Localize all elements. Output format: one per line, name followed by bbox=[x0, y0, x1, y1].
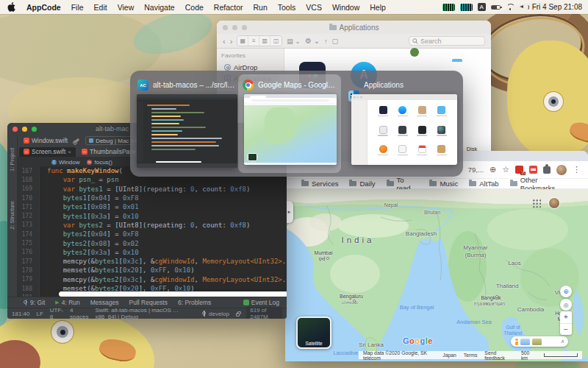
zoom-controls[interactable]: + − bbox=[560, 311, 572, 335]
zoom-page-icon[interactable]: ⊕ bbox=[490, 165, 496, 174]
switcher-thumbnail-chrome[interactable] bbox=[244, 94, 337, 165]
action-gear-button[interactable]: ⚙ ⌄ bbox=[305, 37, 320, 45]
address-bar-url-fragment[interactable]: 79,... bbox=[468, 166, 484, 174]
menu-item[interactable]: Run bbox=[248, 3, 273, 12]
column-view-icon[interactable]: ▥ bbox=[259, 36, 270, 46]
list-view-icon[interactable]: ≡ bbox=[248, 36, 259, 46]
forward-button[interactable]: › bbox=[230, 37, 233, 46]
tags-button[interactable]: ▢ bbox=[332, 38, 339, 45]
sdk-indicator[interactable]: Swift: alt-tab-macos | macOS …x86_64] | … bbox=[95, 307, 196, 319]
menu-item[interactable]: VCS bbox=[301, 3, 327, 12]
close-button[interactable] bbox=[12, 127, 18, 132]
globe-icon[interactable]: ⊕ bbox=[560, 286, 572, 297]
extension-icon[interactable]: 15 bbox=[515, 166, 523, 174]
code-line[interactable]: 173 var bytes2 = [UInt8](repeating: 0, c… bbox=[18, 221, 287, 230]
tab-screen-swift[interactable]: ~ Screen.swift × bbox=[19, 147, 76, 157]
menu-item[interactable]: Edit bbox=[89, 3, 112, 12]
my-location-icon[interactable]: ◎ bbox=[560, 299, 572, 311]
back-button[interactable]: ‹ bbox=[223, 37, 226, 46]
satellite-layer-toggle[interactable]: Satellite bbox=[296, 316, 331, 349]
memory-indicator[interactable]: 619 of 2487M bbox=[246, 307, 282, 319]
icon-view-icon[interactable]: ▦ bbox=[237, 36, 248, 46]
streetview-pill[interactable]: ∧ bbox=[511, 336, 568, 347]
tool-window-project[interactable]: 1: Project bbox=[9, 148, 15, 171]
caret-position[interactable]: 181:40 bbox=[12, 311, 29, 317]
switcher-thumbnail-finder[interactable] bbox=[351, 94, 457, 165]
menu-item[interactable]: View bbox=[112, 3, 140, 12]
cpu-graph-icon[interactable] bbox=[442, 4, 455, 11]
horizontal-scrollbar[interactable] bbox=[59, 291, 287, 297]
readonly-lock-icon[interactable] bbox=[236, 313, 240, 316]
zoom-out-button[interactable]: − bbox=[560, 324, 572, 336]
input-source-icon[interactable]: A bbox=[478, 3, 486, 11]
battery-icon[interactable] bbox=[491, 5, 501, 10]
menu-item[interactable]: Code bbox=[180, 3, 209, 12]
code-line[interactable]: 177 memcpy(&bytes1[0x3c], &cgWindowId, M… bbox=[18, 257, 287, 266]
network-graph-icon[interactable] bbox=[460, 4, 473, 11]
code-line[interactable]: 175 bytes2[0x08] = 0x02 bbox=[18, 238, 287, 247]
volume-icon[interactable] bbox=[520, 4, 527, 10]
finder-window-controls[interactable] bbox=[223, 25, 247, 30]
code-line[interactable]: 171 bytes1[0x08] = 0x01 bbox=[18, 202, 287, 211]
code-line[interactable]: 169 var bytes1 = [UInt8](repeating: 0, c… bbox=[18, 185, 287, 194]
close-tab-icon[interactable]: × bbox=[68, 149, 71, 155]
git-tool-button[interactable]: 9: Git bbox=[24, 299, 45, 306]
code-line[interactable]: 178 memset(&bytes1[0x20], 0xFF, 0x10) bbox=[18, 266, 287, 275]
attribution-link[interactable]: Japan bbox=[442, 353, 456, 358]
profile-avatar[interactable] bbox=[556, 165, 567, 175]
view-segmented-control[interactable]: ▦ ≡ ▥ ◫ bbox=[237, 35, 282, 46]
menu-item[interactable]: Window bbox=[327, 3, 365, 12]
indent-indicator[interactable]: 4 spaces bbox=[70, 307, 88, 319]
switcher-thumbnail-appcode[interactable] bbox=[137, 94, 237, 168]
bookmark-folder[interactable]: Services bbox=[301, 180, 338, 188]
wrench-icon[interactable] bbox=[74, 138, 79, 143]
bookmark-folder[interactable]: AltTab bbox=[469, 180, 498, 188]
group-button[interactable]: ▤ ⌄ bbox=[287, 38, 301, 45]
appcode-window-controls[interactable] bbox=[12, 127, 37, 132]
menu-item[interactable]: Refactor bbox=[209, 3, 248, 12]
imagery-thumbnail[interactable] bbox=[532, 339, 542, 345]
code-line[interactable]: 170 bytes1[0x04] = 0xF8 bbox=[18, 194, 287, 202]
finder-titlebar[interactable]: Applications bbox=[217, 21, 491, 34]
bookmark-folder[interactable]: Daily bbox=[349, 180, 375, 188]
extensions-puzzle-icon[interactable] bbox=[543, 166, 551, 174]
problems-tool-button[interactable]: 6: Problems bbox=[178, 299, 211, 306]
menu-item[interactable]: Tools bbox=[273, 3, 301, 12]
run-tool-button[interactable]: ▶4: Run bbox=[55, 299, 79, 306]
code-line[interactable]: 168 var psn_ = psn bbox=[18, 175, 287, 184]
extension-icon[interactable] bbox=[529, 166, 537, 174]
collapse-icon[interactable]: ∧ bbox=[561, 339, 564, 344]
feedback-link[interactable]: Send feedback bbox=[484, 350, 514, 361]
zoom-button[interactable] bbox=[242, 25, 247, 30]
event-log-button[interactable]: Event Log bbox=[243, 299, 279, 306]
git-branch-widget[interactable]: develop bbox=[202, 311, 229, 317]
google-account-avatar[interactable] bbox=[548, 197, 560, 209]
zoom-button[interactable] bbox=[32, 127, 37, 132]
menu-item[interactable]: Help bbox=[365, 3, 391, 12]
minimize-button[interactable] bbox=[22, 127, 27, 132]
code-editor[interactable]: 167 func makeKeyWindow( 168 var psn_ = p… bbox=[18, 166, 287, 297]
wifi-icon[interactable] bbox=[506, 4, 514, 10]
share-button[interactable]: ↑ bbox=[324, 38, 328, 45]
breadcrumb-method[interactable]: m focus() bbox=[87, 159, 112, 166]
close-button[interactable] bbox=[223, 25, 228, 30]
encoding-indicator[interactable]: UTF-8 bbox=[50, 307, 63, 319]
chrome-menu-icon[interactable]: ⋮ bbox=[573, 165, 581, 174]
google-apps-grid-icon[interactable] bbox=[532, 199, 541, 208]
line-ending-indicator[interactable]: LF bbox=[36, 311, 43, 317]
google-maps-canvas[interactable]: NepalBhutanBangladeshIndiaMyanmar(Burma)… bbox=[285, 189, 588, 361]
tool-window-structure[interactable]: 2: Structure bbox=[9, 201, 15, 230]
messages-tool-button[interactable]: Messages bbox=[90, 299, 119, 306]
menu-item[interactable]: File bbox=[66, 3, 89, 12]
pegman-icon[interactable] bbox=[514, 339, 518, 345]
code-line[interactable]: 176 bytes2[0x3a] = 0x10 bbox=[18, 248, 287, 257]
apple-menu[interactable] bbox=[7, 2, 15, 12]
code-line[interactable]: 174 bytes2[0x04] = 0xF8 bbox=[18, 230, 287, 238]
zoom-in-button[interactable]: + bbox=[560, 311, 572, 324]
breadcrumb-class[interactable]: C Window bbox=[51, 159, 79, 166]
finder-search-field[interactable]: Search bbox=[409, 36, 485, 46]
terms-link[interactable]: Terms bbox=[464, 353, 478, 358]
gallery-view-icon[interactable]: ◫ bbox=[270, 36, 282, 46]
active-app-menu[interactable]: AppCode bbox=[21, 3, 66, 12]
minimize-button[interactable] bbox=[232, 25, 237, 30]
